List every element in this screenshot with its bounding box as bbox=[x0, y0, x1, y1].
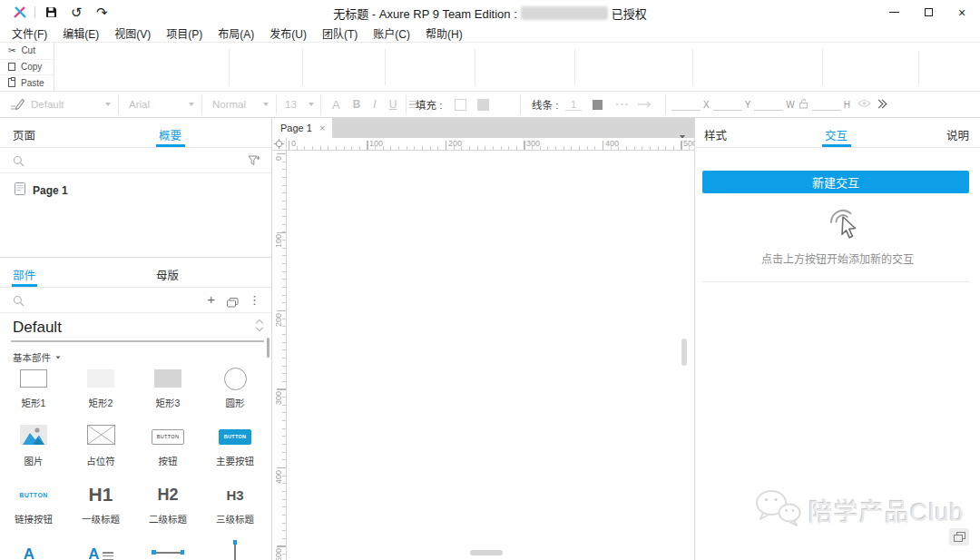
paste-label: Paste bbox=[21, 78, 44, 88]
widget-text-paragraph[interactable]: A bbox=[67, 534, 134, 560]
license-status: 已授权 bbox=[612, 5, 647, 22]
font-size-select[interactable]: 13 bbox=[285, 92, 314, 117]
tab-masters[interactable]: 母版 bbox=[156, 266, 179, 283]
add-library-icon[interactable]: + bbox=[207, 291, 215, 307]
ruler-origin-corner[interactable] bbox=[272, 138, 287, 151]
widget-heading2[interactable]: H2二级标题 bbox=[134, 476, 201, 534]
tab-outline[interactable]: 概要 bbox=[159, 126, 181, 143]
widgets-scrollbar-thumb[interactable] bbox=[267, 338, 270, 358]
save-icon[interactable] bbox=[45, 5, 57, 20]
menu-publish[interactable]: 发布(U) bbox=[270, 25, 307, 41]
x-label: X bbox=[703, 100, 710, 110]
arrow-style-button[interactable] bbox=[637, 92, 653, 117]
menu-edit[interactable]: 编辑(E) bbox=[63, 25, 99, 41]
canvas-tab-page1[interactable]: Page 1 × bbox=[272, 118, 332, 138]
widget-text-label[interactable]: A bbox=[0, 534, 67, 560]
widgets-search-input[interactable] bbox=[27, 288, 181, 312]
cut-button[interactable]: ✂Cut bbox=[0, 43, 54, 59]
menu-account[interactable]: 账户(C) bbox=[373, 25, 410, 41]
font-weight-select[interactable]: Normal bbox=[212, 92, 269, 117]
widget-label: 一级标题 bbox=[82, 512, 120, 526]
style-preset-select[interactable]: Default bbox=[31, 92, 111, 117]
pages-filter-icon[interactable] bbox=[248, 154, 260, 171]
font-color-button[interactable]: A bbox=[332, 98, 340, 112]
maximize-icon bbox=[925, 8, 933, 16]
close-button[interactable]: × bbox=[944, 0, 980, 25]
canvas-vertical-scrollbar-thumb[interactable] bbox=[681, 339, 687, 366]
widget-image[interactable]: 图片 bbox=[0, 418, 67, 476]
canvas-horizontal-scrollbar-thumb[interactable] bbox=[470, 550, 503, 555]
h-label: H bbox=[844, 100, 850, 110]
library-selector[interactable]: Default bbox=[0, 313, 271, 342]
font-weight-value: Normal bbox=[212, 99, 246, 110]
menu-bar: 文件(F) 编辑(E) 视图(V) 项目(P) 布局(A) 发布(U) 团队(T… bbox=[0, 25, 980, 43]
tab-interaction[interactable]: 交互 bbox=[825, 126, 848, 143]
font-family-select[interactable]: Arial bbox=[129, 92, 194, 117]
line-color-swatch[interactable] bbox=[593, 92, 603, 117]
widget-rectangle2[interactable]: 矩形2 bbox=[67, 359, 134, 418]
widget-label: 占位符 bbox=[86, 454, 115, 467]
line-width-field[interactable]: 1 bbox=[565, 92, 582, 117]
tab-pages[interactable]: 页面 bbox=[13, 126, 35, 143]
fill-color-swatch[interactable] bbox=[455, 92, 466, 117]
y-field[interactable] bbox=[713, 98, 742, 111]
fill-shadow-swatch[interactable] bbox=[477, 92, 489, 117]
toolbar-group-divider bbox=[475, 49, 475, 85]
menu-team[interactable]: 团队(T) bbox=[322, 25, 358, 41]
w-field[interactable] bbox=[754, 98, 783, 111]
widget-rectangle3[interactable]: 矩形3 bbox=[134, 359, 201, 418]
tab-style[interactable]: 样式 bbox=[704, 126, 727, 143]
library-stack-icon[interactable] bbox=[227, 295, 239, 311]
widget-button[interactable]: BUTTON按钮 bbox=[134, 418, 201, 476]
menu-help[interactable]: 帮助(H) bbox=[426, 25, 463, 41]
widgets-menu-kebab-icon[interactable]: ⋮ bbox=[249, 293, 260, 307]
widget-primary-button[interactable]: BUTTON主要按钮 bbox=[201, 418, 269, 476]
italic-button[interactable]: I bbox=[373, 98, 376, 111]
paste-button[interactable]: Paste bbox=[0, 74, 54, 91]
widget-ellipse[interactable]: 圆形 bbox=[201, 359, 269, 418]
menu-arrange[interactable]: 布局(A) bbox=[218, 25, 254, 41]
widget-link-button[interactable]: BUTTON链接按钮 bbox=[0, 476, 67, 534]
x-field[interactable] bbox=[671, 98, 701, 111]
button-icon: BUTTON bbox=[152, 429, 184, 445]
redacted-account bbox=[521, 6, 608, 20]
visibility-eye-icon[interactable] bbox=[858, 99, 871, 110]
pages-search-icon bbox=[13, 154, 24, 171]
canvas-body[interactable] bbox=[288, 152, 694, 560]
widget-label: 图片 bbox=[24, 454, 44, 467]
heading1-icon: H1 bbox=[89, 484, 113, 506]
copy-button[interactable]: Copy bbox=[0, 59, 54, 75]
pages-search-row bbox=[0, 148, 271, 173]
primary-button-icon: BUTTON bbox=[219, 429, 251, 445]
pages-search-input[interactable] bbox=[27, 148, 244, 172]
tab-notes[interactable]: 说明 bbox=[946, 126, 969, 143]
widget-heading3[interactable]: H3三级标题 bbox=[201, 476, 269, 534]
widget-horizontal-line[interactable] bbox=[134, 534, 201, 560]
undo-icon[interactable]: ↺ bbox=[71, 5, 83, 20]
menu-view[interactable]: 视图(V) bbox=[114, 25, 151, 41]
menu-file[interactable]: 文件(F) bbox=[12, 25, 47, 41]
widget-heading1[interactable]: H1一级标题 bbox=[67, 476, 134, 534]
maximize-button[interactable] bbox=[910, 0, 946, 25]
toolbar-group-divider bbox=[229, 49, 230, 85]
page-tree-item[interactable]: Page 1 bbox=[0, 173, 271, 198]
canvas-tab-close-icon[interactable]: × bbox=[319, 123, 325, 133]
menu-project[interactable]: 项目(P) bbox=[166, 25, 202, 41]
underline-button[interactable]: U bbox=[389, 98, 397, 111]
bold-button[interactable]: B bbox=[353, 98, 361, 111]
tab-interaction-underline bbox=[822, 144, 851, 147]
minimize-button[interactable] bbox=[876, 0, 912, 25]
redo-icon[interactable]: ↷ bbox=[96, 5, 108, 20]
new-interaction-button[interactable]: 新建交互 bbox=[702, 171, 969, 193]
vertical-line-icon bbox=[230, 540, 240, 560]
stylebar-more-button[interactable] bbox=[876, 98, 886, 109]
h-field[interactable] bbox=[812, 98, 841, 111]
lock-ratio-icon[interactable] bbox=[799, 98, 808, 111]
widget-rectangle1[interactable]: 矩形1 bbox=[0, 359, 67, 418]
hruler-label: 200 bbox=[448, 139, 462, 148]
restore-windows-button[interactable] bbox=[949, 528, 969, 545]
line-style-button[interactable] bbox=[615, 92, 631, 117]
tab-widgets[interactable]: 部件 bbox=[13, 266, 35, 283]
widget-vertical-line[interactable] bbox=[201, 534, 269, 560]
widget-placeholder[interactable]: 占位符 bbox=[67, 418, 134, 476]
